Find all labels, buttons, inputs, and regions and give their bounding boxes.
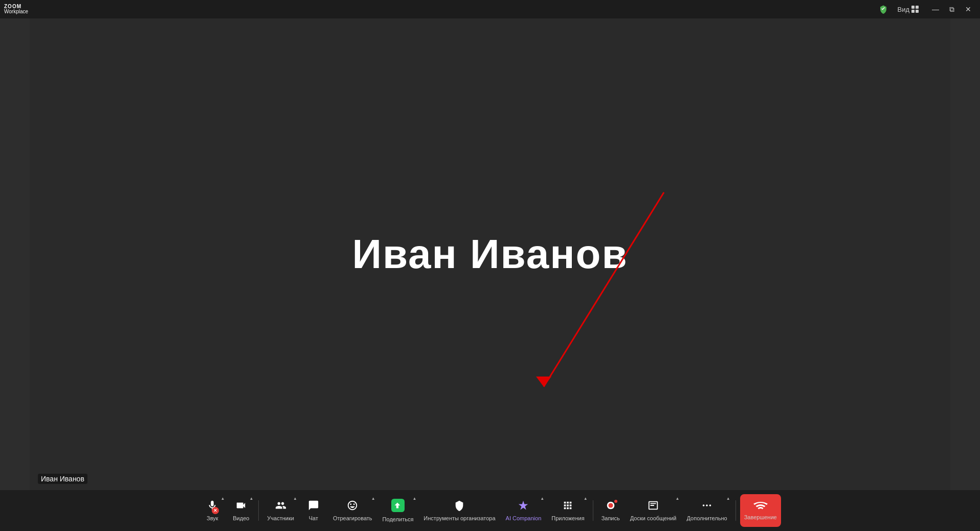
- main-area: Иван Иванов Иван Иванов: [0, 18, 980, 490]
- audio-icon: ✕: [207, 500, 218, 513]
- video-icon: [235, 500, 247, 513]
- apps-label: Приложения: [551, 515, 584, 521]
- audio-caret: ▲: [220, 496, 225, 501]
- toolbar: ✕ ▲ Звук ▲ Видео ▲ Участники Чат: [0, 490, 980, 531]
- svg-marker-1: [536, 377, 551, 387]
- host-tools-button[interactable]: Инструменты организатора: [419, 494, 499, 527]
- minimize-button[interactable]: —: [928, 3, 943, 15]
- view-label: Вид: [897, 6, 909, 13]
- ai-companion-label: AI Companion: [506, 515, 542, 521]
- participants-caret: ▲: [293, 496, 297, 501]
- svg-point-7: [709, 504, 711, 506]
- react-icon: [347, 500, 358, 513]
- shield-icon: [879, 5, 888, 14]
- separator-1: [258, 500, 259, 521]
- record-active-indicator: [613, 499, 618, 504]
- more-icon: [701, 500, 712, 513]
- more-caret: ▲: [726, 496, 730, 501]
- more-button[interactable]: ▲ Дополнительно: [683, 494, 731, 527]
- title-bar-left: zoom Workplace: [4, 4, 28, 14]
- participants-icon: [275, 500, 286, 513]
- whiteboard-button[interactable]: ▲ Доски сообщений: [626, 494, 681, 527]
- video-button[interactable]: ▲ Видео: [228, 494, 254, 527]
- grid-icon: [911, 6, 919, 13]
- participants-label: Участники: [267, 515, 294, 521]
- right-panel: [950, 18, 980, 490]
- more-label: Дополнительно: [687, 515, 727, 521]
- apps-button[interactable]: ▲ Приложения: [547, 494, 588, 527]
- host-tools-label: Инструменты организатора: [424, 515, 495, 521]
- ai-companion-caret: ▲: [540, 496, 544, 501]
- separator-2: [593, 500, 593, 521]
- record-button[interactable]: Запись: [597, 494, 624, 527]
- svg-point-6: [706, 504, 708, 506]
- apps-icon: [562, 500, 573, 513]
- ai-companion-button[interactable]: ▲ AI Companion: [502, 494, 546, 527]
- react-caret: ▲: [371, 496, 375, 501]
- video-area: Иван Иванов Иван Иванов: [30, 18, 950, 490]
- share-button[interactable]: ▲ Поделиться: [378, 494, 418, 527]
- zoom-workplace-text: Workplace: [4, 9, 28, 14]
- svg-point-5: [703, 504, 705, 506]
- chat-label: Чат: [309, 515, 318, 521]
- record-label: Запись: [602, 515, 620, 521]
- audio-button[interactable]: ✕ ▲ Звук: [199, 494, 226, 527]
- chat-icon: [308, 500, 319, 513]
- separator-3: [736, 500, 736, 521]
- apps-caret: ▲: [584, 496, 588, 501]
- video-caret: ▲: [249, 496, 253, 501]
- svg-point-4: [608, 503, 613, 507]
- record-icon: [605, 500, 616, 513]
- title-bar: zoom Workplace Вид — ⧉ ✕: [0, 0, 980, 18]
- share-icon: [391, 499, 405, 514]
- end-call-icon: [753, 501, 768, 512]
- ai-companion-icon: [518, 500, 529, 513]
- zoom-logo: zoom Workplace: [4, 4, 28, 14]
- audio-label: Звук: [207, 515, 218, 521]
- react-button[interactable]: ▲ Отреагировать: [329, 494, 376, 527]
- close-button[interactable]: ✕: [961, 3, 976, 15]
- muted-indicator: ✕: [212, 507, 219, 514]
- window-controls: — ⧉ ✕: [928, 3, 976, 15]
- chat-button[interactable]: Чат: [300, 494, 327, 527]
- view-button[interactable]: Вид: [894, 5, 922, 14]
- whiteboard-icon: [648, 500, 659, 513]
- title-bar-right: Вид — ⧉ ✕: [879, 3, 976, 15]
- video-label: Видео: [233, 515, 249, 521]
- left-panel: [0, 18, 30, 490]
- share-label: Поделиться: [383, 516, 414, 522]
- participant-name-label: Иван Иванов: [38, 474, 87, 484]
- participant-name-display: Иван Иванов: [352, 231, 628, 278]
- participants-button[interactable]: ▲ Участники: [263, 494, 298, 527]
- whiteboard-label: Доски сообщений: [630, 515, 677, 521]
- whiteboard-caret: ▲: [676, 496, 680, 501]
- react-label: Отреагировать: [333, 515, 372, 521]
- host-tools-icon: [454, 500, 465, 513]
- svg-line-0: [544, 192, 664, 387]
- share-caret: ▲: [412, 496, 416, 501]
- end-call-button[interactable]: Завершение: [740, 494, 781, 527]
- maximize-button[interactable]: ⧉: [944, 3, 960, 15]
- end-call-label: Завершение: [744, 514, 777, 520]
